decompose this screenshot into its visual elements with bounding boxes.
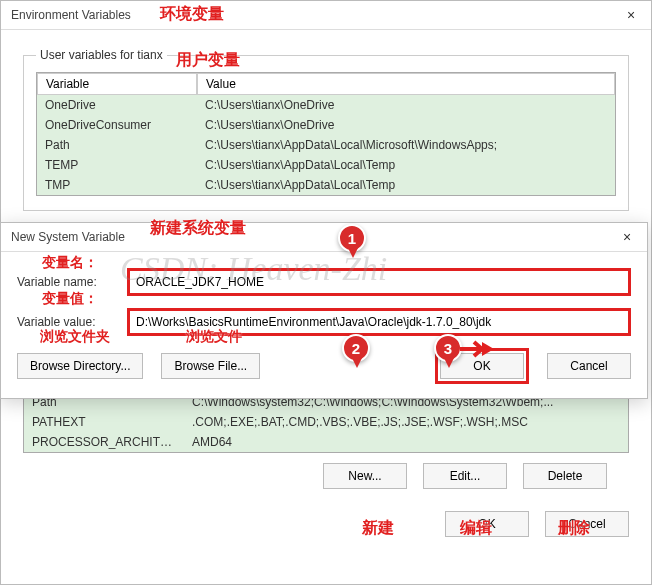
variable-value-label: Variable value: xyxy=(17,315,127,329)
variable-value-row: Variable value: xyxy=(17,308,631,336)
ok-button[interactable]: OK xyxy=(440,353,524,379)
grid-header: Variable Value xyxy=(37,73,615,95)
table-row[interactable]: PATHEXT.COM;.EXE;.BAT;.CMD;.VBS;.VBE;.JS… xyxy=(24,412,628,432)
user-variables-group: User variables for tianx Variable Value … xyxy=(23,48,629,211)
cancel-button[interactable]: Cancel xyxy=(547,353,631,379)
footer-buttons: OK Cancel xyxy=(1,511,629,537)
edit-button[interactable]: Edit... xyxy=(423,463,507,489)
variable-name-input[interactable] xyxy=(127,268,631,296)
env-title: Environment Variables xyxy=(11,8,131,22)
table-row[interactable]: TEMPC:\Users\tianx\AppData\Local\Temp xyxy=(37,155,615,175)
close-icon[interactable]: × xyxy=(617,229,637,245)
browse-file-button[interactable]: Browse File... xyxy=(161,353,260,379)
ok-button[interactable]: OK xyxy=(445,511,529,537)
variable-name-label: Variable name: xyxy=(17,275,127,289)
table-row[interactable]: OneDriveC:\Users\tianx\OneDrive xyxy=(37,95,615,115)
nsv-title: New System Variable xyxy=(11,230,125,244)
delete-button[interactable]: Delete xyxy=(523,463,607,489)
env-titlebar: Environment Variables × xyxy=(1,1,651,30)
col-value[interactable]: Value xyxy=(197,73,615,95)
nsv-button-row: Browse Directory... Browse File... OK Ca… xyxy=(17,348,631,384)
table-row[interactable]: TMPC:\Users\tianx\AppData\Local\Temp xyxy=(37,175,615,195)
user-variables-grid[interactable]: Variable Value OneDriveC:\Users\tianx\On… xyxy=(36,72,616,196)
close-icon[interactable]: × xyxy=(621,7,641,23)
variable-name-row: Variable name: xyxy=(17,268,631,296)
nsv-titlebar: New System Variable × xyxy=(1,223,647,252)
user-variables-legend: User variables for tianx xyxy=(36,48,167,62)
ok-highlight: OK xyxy=(435,348,529,384)
system-buttons: New... Edit... Delete xyxy=(23,463,607,489)
new-system-variable-dialog: New System Variable × Variable name: Var… xyxy=(0,222,648,399)
new-button[interactable]: New... xyxy=(323,463,407,489)
cancel-button[interactable]: Cancel xyxy=(545,511,629,537)
col-variable[interactable]: Variable xyxy=(37,73,197,95)
table-row[interactable]: PROCESSOR_ARCHITECTUREAMD64 xyxy=(24,432,628,452)
table-row[interactable]: PathC:\Users\tianx\AppData\Local\Microso… xyxy=(37,135,615,155)
variable-value-input[interactable] xyxy=(127,308,631,336)
table-row[interactable]: OneDriveConsumerC:\Users\tianx\OneDrive xyxy=(37,115,615,135)
browse-directory-button[interactable]: Browse Directory... xyxy=(17,353,143,379)
